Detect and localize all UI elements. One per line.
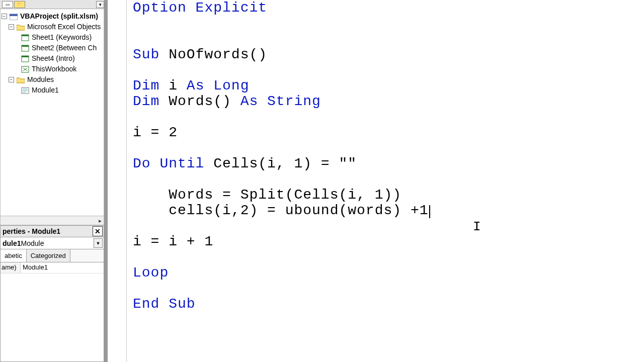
project-toolbar: ▭ 📁 ▾ (0, 0, 104, 9)
code-keyword: Dim (133, 78, 159, 94)
toolbar-dropdown-icon[interactable]: ▾ (96, 1, 104, 8)
code-token: NoOfwords() (159, 47, 267, 62)
scroll-right-icon[interactable]: ▸ (99, 217, 102, 224)
worksheet-icon (21, 44, 30, 52)
text-cursor (429, 205, 430, 218)
workbook-icon (21, 65, 30, 73)
tree-root-project[interactable]: − VBAProject (split.xlsm) (2, 11, 103, 22)
code-line: i = i + 1 (133, 234, 213, 249)
worksheet-icon (21, 55, 30, 63)
svg-rect-3 (22, 35, 29, 36)
tree-modules[interactable]: − Modules (2, 74, 103, 85)
tab-categorized[interactable]: Categorized (27, 249, 70, 262)
code-line: cells(i,2) = ubound(words) +1 (133, 203, 429, 218)
properties-object-dropdown[interactable]: dule1 Module ▼ (0, 237, 104, 249)
code-line: i = 2 (133, 125, 178, 140)
minus-icon[interactable]: − (9, 77, 14, 82)
tree-item-label: Module1 (32, 85, 59, 96)
close-button[interactable]: ✕ (93, 226, 103, 236)
code-keyword: As String (240, 94, 321, 109)
svg-rect-1 (10, 14, 18, 16)
tree-item-label: Sheet2 (Between Ch (32, 43, 97, 53)
horizontal-scrollbar[interactable]: ▸ (1, 216, 104, 225)
tree-excel-objects[interactable]: − Microsoft Excel Objects (2, 22, 103, 32)
tree-excel-objects-label: Microsoft Excel Objects (27, 22, 101, 32)
tab-alphabetic[interactable]: abetic (1, 249, 27, 262)
tree-sheet1[interactable]: Sheet1 (Keywords) (2, 32, 103, 43)
tree-sheet4[interactable]: Sheet4 (Intro) (2, 53, 103, 64)
toolbar-folder-icon[interactable]: 📁 (14, 1, 25, 8)
properties-grid[interactable]: ame) Module1 (0, 262, 104, 362)
minus-icon[interactable]: − (2, 14, 7, 19)
tab-label: abetic (5, 252, 22, 259)
code-token: Words() (159, 94, 240, 109)
tree-thisworkbook[interactable]: ThisWorkbook (2, 64, 103, 74)
code-keyword: Sub (133, 47, 159, 62)
code-keyword: End Sub (133, 296, 196, 312)
property-key: ame) (1, 262, 21, 273)
code-editor[interactable]: Option Explicit Sub NoOfwords() Dim i As… (106, 0, 644, 362)
code-keyword: Loop (133, 265, 169, 281)
code-keyword: Dim (133, 94, 159, 109)
property-row-name[interactable]: ame) Module1 (1, 262, 104, 274)
tree-sheet2[interactable]: Sheet2 (Between Ch (2, 43, 103, 53)
folder-icon (16, 23, 25, 31)
properties-title-label: perties - Module1 (3, 227, 60, 235)
project-explorer[interactable]: − VBAProject (split.xlsm) − Microsoft Ex… (0, 9, 104, 225)
property-value[interactable]: Module1 (21, 262, 104, 273)
minus-icon[interactable]: − (9, 24, 14, 30)
project-icon (9, 13, 18, 21)
svg-rect-5 (22, 45, 29, 47)
code-line: Words = Split(Cells(i, 1)) (133, 187, 401, 203)
code-keyword: Option Explicit (133, 0, 267, 16)
code-keyword: As Long (187, 78, 250, 94)
properties-titlebar: perties - Module1 ✕ (0, 225, 104, 237)
tree-modules-label: Modules (27, 74, 54, 85)
worksheet-icon (21, 34, 30, 42)
properties-object-type: Module (21, 239, 44, 247)
svg-rect-7 (22, 56, 29, 57)
tree-item-label: Sheet4 (Intro) (32, 53, 75, 64)
tree-item-label: ThisWorkbook (32, 64, 76, 74)
tree-item-label: Sheet1 (Keywords) (32, 32, 92, 43)
toolbar-view-icon[interactable]: ▭ (2, 1, 13, 8)
tree-root-label: VBAProject (split.xlsm) (20, 11, 98, 22)
tree-module1[interactable]: Module1 (2, 85, 103, 96)
chevron-down-icon[interactable]: ▼ (94, 238, 103, 248)
tab-label: Categorized (31, 252, 66, 259)
code-token: i (159, 78, 186, 94)
code-token: Cells(i, 1) = "" (204, 156, 357, 171)
module-icon (21, 86, 30, 95)
code-text[interactable]: Option Explicit Sub NoOfwords() Dim i As… (115, 0, 644, 312)
folder-icon (16, 76, 25, 84)
left-panel: ▭ 📁 ▾ − VBAProject (split.xlsm) − Micros… (0, 0, 106, 362)
code-keyword: Do Until (133, 156, 204, 171)
properties-object-name: dule1 (3, 239, 21, 247)
code-margin (106, 0, 127, 362)
properties-tabs: abetic Categorized (0, 249, 104, 262)
close-icon: ✕ (95, 227, 101, 235)
